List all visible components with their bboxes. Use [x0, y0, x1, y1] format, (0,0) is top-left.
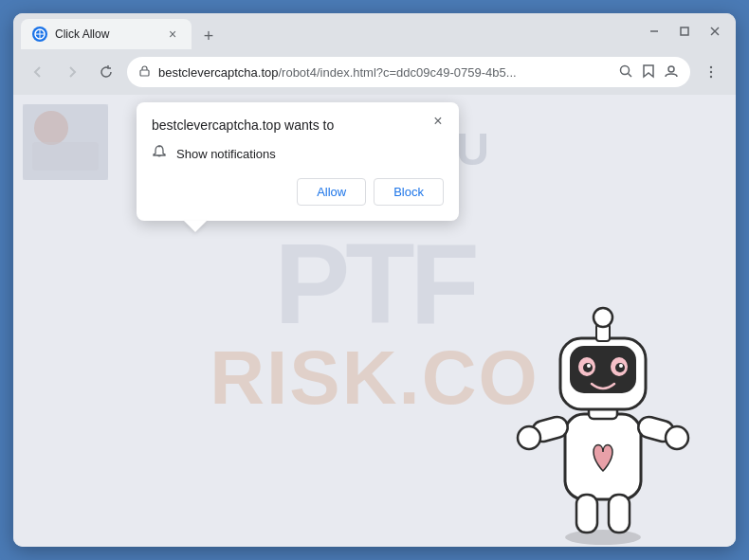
popup-buttons: Allow Block [152, 178, 444, 206]
back-button[interactable] [25, 59, 51, 85]
url-path: /robot4/index.html?c=ddc09c49-0759-4b5..… [278, 65, 516, 80]
watermark: PTF RISK.CO [210, 226, 539, 416]
address-bar: bestclevercaptcha.top/robot4/index.html?… [13, 49, 736, 95]
svg-point-23 [594, 308, 612, 327]
svg-point-18 [565, 530, 641, 545]
account-icon[interactable] [664, 63, 679, 81]
svg-point-29 [587, 364, 591, 368]
svg-point-34 [666, 426, 688, 449]
new-tab-button[interactable]: + [195, 23, 222, 49]
block-button[interactable]: Block [374, 178, 444, 206]
svg-point-8 [621, 65, 630, 74]
active-tab[interactable]: Click Allow × [21, 19, 192, 49]
bookmark-icon[interactable] [641, 63, 656, 81]
bell-icon [152, 144, 167, 163]
tab-close-button[interactable]: × [165, 27, 180, 42]
watermark-risk: RISK.CO [210, 340, 539, 416]
popup-arrow [184, 221, 207, 232]
svg-point-11 [668, 66, 674, 72]
svg-point-30 [619, 364, 623, 368]
url-icons [618, 63, 679, 81]
svg-point-16 [34, 111, 68, 145]
minimize-button[interactable] [641, 18, 667, 45]
svg-rect-17 [32, 142, 99, 171]
svg-point-32 [518, 426, 540, 449]
svg-point-13 [710, 71, 712, 73]
notification-label: Show notifications [176, 147, 276, 161]
browser-window: Click Allow × + [13, 13, 736, 547]
popup-title: bestclevercaptcha.top wants to [152, 117, 444, 133]
refresh-button[interactable] [93, 59, 119, 85]
popup-close-button[interactable]: × [429, 112, 448, 131]
tab-favicon [32, 27, 47, 42]
page-content: PTF RISK.CO YOU [13, 95, 736, 547]
robot-illustration [508, 244, 698, 547]
tab-area: Click Allow × + [21, 13, 637, 49]
image-placeholder [23, 104, 108, 180]
svg-line-9 [629, 73, 632, 77]
maximize-button[interactable] [671, 18, 698, 45]
svg-marker-10 [644, 65, 653, 77]
allow-button[interactable]: Allow [297, 178, 366, 206]
title-bar: Click Allow × + [13, 13, 736, 49]
svg-rect-4 [681, 27, 688, 35]
notification-popup: × bestclevercaptcha.top wants to Show no… [137, 102, 459, 221]
robot-svg [508, 244, 698, 547]
forward-button[interactable] [59, 59, 85, 85]
menu-button[interactable] [698, 59, 724, 85]
svg-rect-36 [609, 495, 630, 533]
url-text: bestclevercaptcha.top/robot4/index.html?… [158, 65, 611, 80]
notification-row: Show notifications [152, 144, 444, 163]
window-controls [641, 18, 728, 45]
svg-point-14 [710, 76, 712, 78]
tab-title: Click Allow [55, 27, 157, 41]
watermark-ptf: PTF [274, 226, 475, 340]
lock-icon [138, 64, 151, 80]
svg-rect-35 [576, 495, 597, 533]
search-icon[interactable] [618, 63, 633, 81]
svg-rect-7 [140, 70, 149, 76]
svg-point-37 [158, 146, 160, 148]
svg-point-12 [710, 66, 712, 68]
window-close-button[interactable] [702, 18, 728, 45]
url-domain: bestclevercaptcha.top [158, 65, 278, 80]
url-bar[interactable]: bestclevercaptcha.top/robot4/index.html?… [127, 57, 690, 87]
